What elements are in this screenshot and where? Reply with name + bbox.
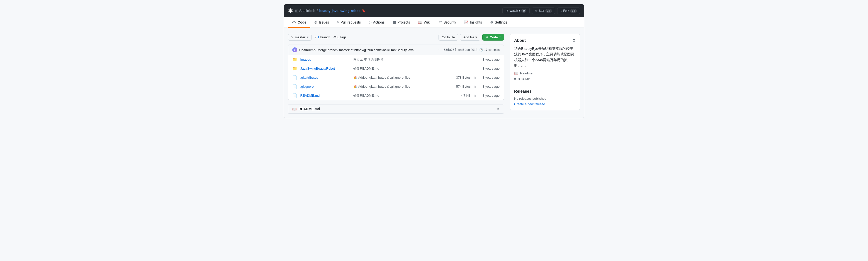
tab-security[interactable]: 🛡 Security [434,17,460,28]
tags-icon: 🏷 [333,35,337,39]
file-size-gitignore: 574 Bytes [453,85,471,88]
no-releases-text: No releases published [514,97,576,100]
go-to-file-button[interactable]: Go to file [438,34,458,40]
readme-meta-icon: 📖 [514,71,518,75]
readme-section: 📖 README.md ✏ [288,104,504,114]
file-name-readme[interactable]: README.md [300,94,350,97]
commit-dots[interactable]: ··· [438,48,441,52]
tab-issues[interactable]: ⊙ Issues [310,17,333,28]
upload-icon-gitattributes[interactable]: ⬆ [473,76,476,80]
page-wrapper: ✱ ⊞ Snailclimb / beauty-java-swing-robot… [284,4,584,118]
tab-projects[interactable]: ▦ Projects [389,17,414,28]
readme-header: 📖 README.md ✏ [288,105,504,114]
releases-section: Releases No releases published Create a … [514,89,576,106]
commit-author-avatar: S [292,47,297,52]
file-commit-images: 图灵api申请说明图片 [353,57,456,62]
about-header: About ⚙ [514,38,576,43]
branch-name: master [295,35,306,39]
insights-icon: 📈 [464,20,468,24]
readme-title: 📖 README.md [292,107,320,111]
top-bar: ✱ ⊞ Snailclimb / beauty-java-swing-robot… [284,4,584,17]
commit-date: on 5 Jun 2018 [458,48,477,52]
file-size-readme: 4.7 KB [453,94,471,97]
tags-label: tags [340,35,347,39]
commit-count[interactable]: 🕐 17 commits [479,48,500,52]
add-file-label: Add file [463,35,474,39]
branches-git-icon: ⑂ [314,35,316,39]
file-doc-icon-gitignore: 📄 [292,84,297,89]
repo-owner[interactable]: Snailclimb [299,9,315,13]
readme-meta-label[interactable]: Readme [520,71,532,75]
fork-button[interactable]: ⑂ Fork 14 [557,7,580,14]
readme-filename: README.md [299,107,320,111]
file-size-gitattributes: 378 Bytes [453,76,471,79]
code-download-icon: ⬇ [486,35,488,39]
commit-bar: S Snailclimb Merge branch 'master' of ht… [288,45,504,55]
upload-icon-gitignore[interactable]: ⬆ [473,85,476,89]
branch-git-icon: ⑂ [291,35,293,39]
actions-icon: ▷ [369,20,372,24]
commit-message-text: Merge branch 'master' of [317,48,353,52]
size-meta-item: ≡ 3.84 MB [514,77,576,81]
add-file-chevron-icon: ▾ [475,35,477,39]
tab-pull-requests[interactable]: ⑂ Pull requests [333,17,365,28]
security-icon: 🛡 [438,20,442,24]
tags-count: 0 [338,35,339,39]
file-doc-icon-gitattributes: 📄 [292,75,297,80]
top-bar-right: 👁 Watch ▾ 0 ☆ Star 35 ⑂ Fork 14 [502,7,580,14]
file-age-readme: 3 years ago [479,94,500,97]
tab-settings[interactable]: ⚙ Settings [486,17,512,28]
upload-icon-readme[interactable]: ⬆ [473,94,476,98]
readme-edit-icon[interactable]: ✏ [497,107,500,111]
star-icon: ☆ [535,9,538,12]
file-row-images: 📁 Images 图灵api申请说明图片 3 years ago [288,55,504,64]
file-age-gitignore: 3 years ago [479,85,500,88]
branch-selector[interactable]: ⑂ master ▾ [288,34,312,40]
sidebar-divider [514,85,576,85]
tab-insights[interactable]: 📈 Insights [460,17,486,28]
file-name-javaswing[interactable]: JavaSwingBeautyRobot [300,67,350,70]
wiki-icon: 📖 [418,20,422,24]
fork-label: Fork [563,9,569,12]
branch-chevron-icon: ▾ [307,36,308,38]
projects-icon: ▦ [393,20,396,24]
readme-book-icon: 📖 [292,107,297,111]
tab-code[interactable]: <> Code [288,17,310,28]
file-commit-gitattributes: 🎉 Added .gitattributes & .gitignore file… [353,76,450,79]
code-button-label: Code [490,35,498,39]
star-button[interactable]: ☆ Star 35 [532,7,555,14]
tag-info: 🏷 0 tags [333,35,347,39]
add-file-button[interactable]: Add file ▾ [460,34,480,40]
issues-icon: ⊙ [314,20,317,24]
commit-sha[interactable]: 33da25f [443,48,456,52]
content-layout: ⑂ master ▾ ⑂ 1 branch 🏷 0 tags [288,34,580,114]
history-icon: 🕐 [479,48,483,52]
file-name-gitattributes[interactable]: .gitattributes [300,76,350,79]
tab-settings-label: Settings [495,20,508,24]
code-button[interactable]: ⬇ Code ▾ [482,34,504,40]
branch-info: ⑂ 1 branch [314,35,330,39]
commit-date-prefix: on [458,48,462,52]
commit-message-link[interactable]: https://github.com/Snailclimb/BeautyJava… [354,48,416,52]
about-gear-icon[interactable]: ⚙ [572,38,576,43]
file-row-javaswing: 📁 JavaSwingBeautyRobot 修改README.md 3 yea… [288,64,504,73]
repo-name-link[interactable]: beauty-java-swing-robot [319,9,360,13]
releases-title: Releases [514,89,576,94]
commit-author-name[interactable]: Snailclimb [299,48,315,52]
settings-icon: ⚙ [490,20,493,24]
file-row-readme: 📄 README.md 修改README.md 4.7 KB ⬆ 3 years… [288,91,504,100]
commits-number: 17 [484,48,487,52]
file-name-gitignore[interactable]: .gitignore [300,85,350,88]
about-description: 结合BeautyEye开源UI框架实现的较美观的Java桌面程序，主要功能就是图… [514,46,576,68]
bookmark-icon[interactable]: 🔖 [362,9,366,12]
about-title: About [514,38,526,43]
tab-wiki[interactable]: 📖 Wiki [414,17,434,28]
create-release-link[interactable]: Create a new release [514,102,545,106]
about-meta: 📖 Readme ≡ 3.84 MB [514,71,576,81]
watch-button[interactable]: 👁 Watch ▾ 0 [502,7,530,14]
tab-actions[interactable]: ▷ Actions [365,17,389,28]
pull-requests-icon: ⑂ [337,20,339,24]
file-name-images[interactable]: Images [300,58,350,61]
watch-label: Watch [509,9,518,12]
branches-count-link[interactable]: 1 [317,35,319,39]
